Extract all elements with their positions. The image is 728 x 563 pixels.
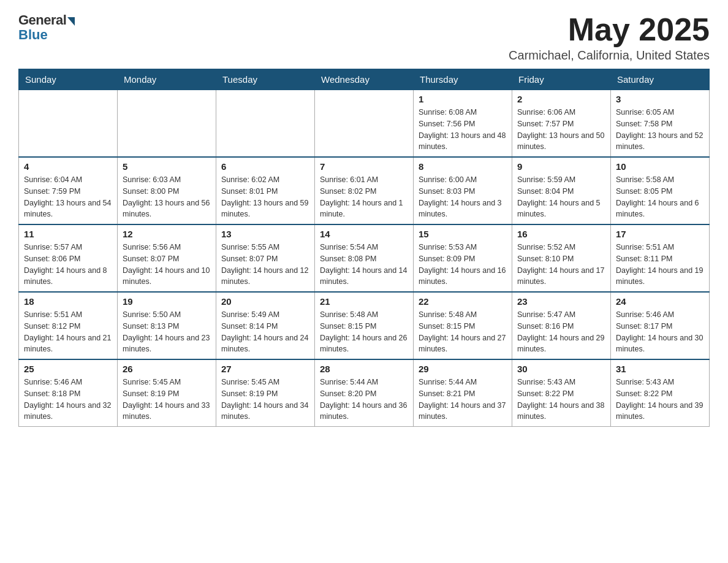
day-number: 25: [24, 364, 112, 374]
day-info: Sunrise: 6:00 AM Sunset: 8:03 PM Dayligh…: [419, 174, 507, 220]
title-area: May 2025 Carmichael, California, United …: [509, 12, 710, 63]
day-number: 31: [616, 364, 704, 374]
calendar-cell: 28Sunrise: 5:44 AM Sunset: 8:20 PM Dayli…: [315, 359, 414, 427]
day-info: Sunrise: 5:52 AM Sunset: 8:10 PM Dayligh…: [517, 242, 605, 288]
calendar-cell: [19, 90, 118, 158]
day-number: 2: [517, 94, 605, 104]
day-info: Sunrise: 6:04 AM Sunset: 7:59 PM Dayligh…: [24, 174, 112, 220]
day-info: Sunrise: 5:48 AM Sunset: 8:15 PM Dayligh…: [320, 309, 408, 355]
day-info: Sunrise: 6:01 AM Sunset: 8:02 PM Dayligh…: [320, 174, 408, 220]
calendar-cell: 21Sunrise: 5:48 AM Sunset: 8:15 PM Dayli…: [315, 292, 414, 359]
calendar-header-row: SundayMondayTuesdayWednesdayThursdayFrid…: [19, 69, 710, 90]
calendar-cell: 9Sunrise: 5:59 AM Sunset: 8:04 PM Daylig…: [512, 157, 611, 224]
calendar-header-thursday: Thursday: [414, 69, 512, 90]
day-number: 7: [320, 161, 408, 172]
day-number: 26: [123, 364, 211, 374]
day-number: 22: [419, 296, 507, 307]
day-number: 29: [419, 364, 507, 374]
day-number: 13: [221, 229, 309, 239]
calendar-cell: 4Sunrise: 6:04 AM Sunset: 7:59 PM Daylig…: [19, 157, 118, 224]
logo-blue-text: Blue: [18, 27, 48, 43]
day-number: 20: [221, 296, 309, 307]
day-info: Sunrise: 5:56 AM Sunset: 8:07 PM Dayligh…: [123, 242, 211, 288]
day-number: 21: [320, 296, 408, 307]
calendar-cell: 7Sunrise: 6:01 AM Sunset: 8:02 PM Daylig…: [315, 157, 414, 224]
calendar-week-row-2: 4Sunrise: 6:04 AM Sunset: 7:59 PM Daylig…: [19, 157, 710, 224]
logo-general-text: General: [18, 12, 66, 28]
calendar-cell: 29Sunrise: 5:44 AM Sunset: 8:21 PM Dayli…: [414, 359, 512, 427]
calendar-cell: 10Sunrise: 5:58 AM Sunset: 8:05 PM Dayli…: [611, 157, 710, 224]
day-number: 28: [320, 364, 408, 374]
calendar-header-wednesday: Wednesday: [315, 69, 414, 90]
day-number: 19: [123, 296, 211, 307]
calendar-header-friday: Friday: [512, 69, 611, 90]
day-number: 12: [123, 229, 211, 239]
day-info: Sunrise: 5:45 AM Sunset: 8:19 PM Dayligh…: [221, 377, 309, 423]
day-info: Sunrise: 5:44 AM Sunset: 8:21 PM Dayligh…: [419, 377, 507, 423]
calendar-cell: 22Sunrise: 5:48 AM Sunset: 8:15 PM Dayli…: [414, 292, 512, 359]
page-header: General Blue May 2025 Carmichael, Califo…: [18, 12, 710, 63]
day-info: Sunrise: 5:50 AM Sunset: 8:13 PM Dayligh…: [123, 309, 211, 355]
calendar-week-row-5: 25Sunrise: 5:46 AM Sunset: 8:18 PM Dayli…: [19, 359, 710, 427]
calendar-header-tuesday: Tuesday: [216, 69, 315, 90]
calendar-cell: [118, 90, 216, 158]
day-number: 6: [221, 161, 309, 172]
day-number: 30: [517, 364, 605, 374]
calendar-cell: 17Sunrise: 5:51 AM Sunset: 8:11 PM Dayli…: [611, 224, 710, 292]
calendar-cell: 16Sunrise: 5:52 AM Sunset: 8:10 PM Dayli…: [512, 224, 611, 292]
day-number: 24: [616, 296, 704, 307]
day-info: Sunrise: 5:54 AM Sunset: 8:08 PM Dayligh…: [320, 242, 408, 288]
calendar-cell: 18Sunrise: 5:51 AM Sunset: 8:12 PM Dayli…: [19, 292, 118, 359]
day-info: Sunrise: 5:45 AM Sunset: 8:19 PM Dayligh…: [123, 377, 211, 423]
calendar-cell: 23Sunrise: 5:47 AM Sunset: 8:16 PM Dayli…: [512, 292, 611, 359]
day-info: Sunrise: 5:46 AM Sunset: 8:18 PM Dayligh…: [24, 377, 112, 423]
calendar-cell: 24Sunrise: 5:46 AM Sunset: 8:17 PM Dayli…: [611, 292, 710, 359]
month-year-title: May 2025: [509, 12, 710, 47]
day-number: 27: [221, 364, 309, 374]
calendar-cell: 31Sunrise: 5:43 AM Sunset: 8:22 PM Dayli…: [611, 359, 710, 427]
logo: General Blue: [18, 12, 75, 43]
day-number: 4: [24, 161, 112, 172]
calendar-week-row-4: 18Sunrise: 5:51 AM Sunset: 8:12 PM Dayli…: [19, 292, 710, 359]
calendar-cell: 30Sunrise: 5:43 AM Sunset: 8:22 PM Dayli…: [512, 359, 611, 427]
calendar-header-saturday: Saturday: [611, 69, 710, 90]
day-number: 10: [616, 161, 704, 172]
calendar-cell: 6Sunrise: 6:02 AM Sunset: 8:01 PM Daylig…: [216, 157, 315, 224]
calendar-table: SundayMondayTuesdayWednesdayThursdayFrid…: [18, 69, 710, 427]
day-info: Sunrise: 6:05 AM Sunset: 7:58 PM Dayligh…: [616, 107, 704, 153]
calendar-cell: 19Sunrise: 5:50 AM Sunset: 8:13 PM Dayli…: [118, 292, 216, 359]
day-info: Sunrise: 5:43 AM Sunset: 8:22 PM Dayligh…: [616, 377, 704, 423]
location-subtitle: Carmichael, California, United States: [509, 48, 710, 63]
calendar-cell: 13Sunrise: 5:55 AM Sunset: 8:07 PM Dayli…: [216, 224, 315, 292]
day-info: Sunrise: 6:08 AM Sunset: 7:56 PM Dayligh…: [419, 107, 507, 153]
calendar-cell: [315, 90, 414, 158]
calendar-cell: 2Sunrise: 6:06 AM Sunset: 7:57 PM Daylig…: [512, 90, 611, 158]
day-info: Sunrise: 6:03 AM Sunset: 8:00 PM Dayligh…: [123, 174, 211, 220]
calendar-cell: 1Sunrise: 6:08 AM Sunset: 7:56 PM Daylig…: [414, 90, 512, 158]
day-info: Sunrise: 6:06 AM Sunset: 7:57 PM Dayligh…: [517, 107, 605, 153]
day-info: Sunrise: 6:02 AM Sunset: 8:01 PM Dayligh…: [221, 174, 309, 220]
calendar-cell: [216, 90, 315, 158]
day-number: 9: [517, 161, 605, 172]
calendar-cell: 12Sunrise: 5:56 AM Sunset: 8:07 PM Dayli…: [118, 224, 216, 292]
calendar-cell: 15Sunrise: 5:53 AM Sunset: 8:09 PM Dayli…: [414, 224, 512, 292]
day-info: Sunrise: 5:51 AM Sunset: 8:11 PM Dayligh…: [616, 242, 704, 288]
calendar-header-sunday: Sunday: [19, 69, 118, 90]
day-number: 8: [419, 161, 507, 172]
day-number: 15: [419, 229, 507, 239]
day-number: 16: [517, 229, 605, 239]
day-number: 1: [419, 94, 507, 104]
calendar-cell: 25Sunrise: 5:46 AM Sunset: 8:18 PM Dayli…: [19, 359, 118, 427]
day-info: Sunrise: 5:51 AM Sunset: 8:12 PM Dayligh…: [24, 309, 112, 355]
day-info: Sunrise: 5:47 AM Sunset: 8:16 PM Dayligh…: [517, 309, 605, 355]
day-number: 17: [616, 229, 704, 239]
calendar-cell: 5Sunrise: 6:03 AM Sunset: 8:00 PM Daylig…: [118, 157, 216, 224]
day-info: Sunrise: 5:59 AM Sunset: 8:04 PM Dayligh…: [517, 174, 605, 220]
day-info: Sunrise: 5:53 AM Sunset: 8:09 PM Dayligh…: [419, 242, 507, 288]
day-info: Sunrise: 5:44 AM Sunset: 8:20 PM Dayligh…: [320, 377, 408, 423]
calendar-week-row-1: 1Sunrise: 6:08 AM Sunset: 7:56 PM Daylig…: [19, 90, 710, 158]
calendar-cell: 27Sunrise: 5:45 AM Sunset: 8:19 PM Dayli…: [216, 359, 315, 427]
day-number: 14: [320, 229, 408, 239]
day-number: 5: [123, 161, 211, 172]
calendar-cell: 14Sunrise: 5:54 AM Sunset: 8:08 PM Dayli…: [315, 224, 414, 292]
